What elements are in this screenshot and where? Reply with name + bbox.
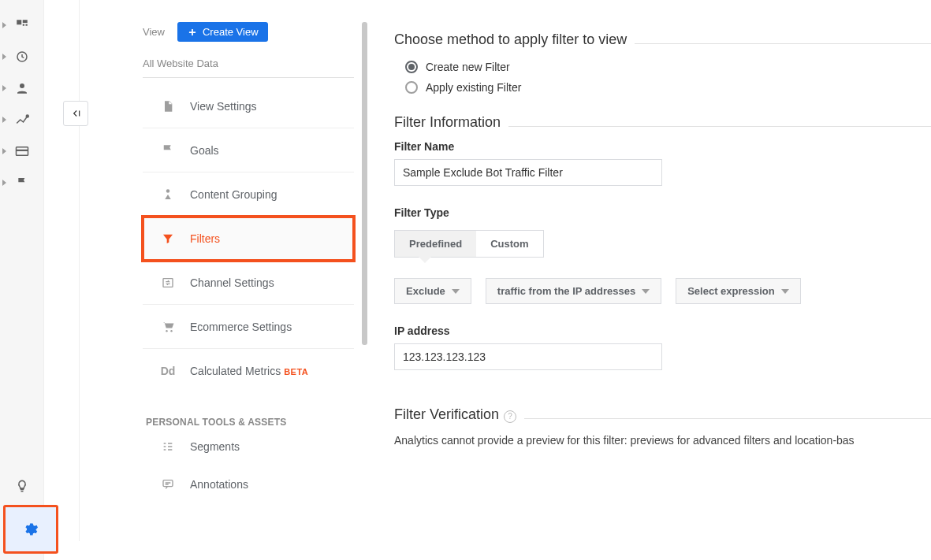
clock-icon bbox=[15, 50, 29, 64]
collapse-panel-button[interactable] bbox=[63, 101, 88, 126]
svg-rect-8 bbox=[17, 150, 28, 151]
rail-conversions[interactable] bbox=[0, 167, 44, 198]
svg-rect-2 bbox=[23, 24, 24, 26]
arrow-left-icon bbox=[69, 108, 83, 119]
view-label: View bbox=[143, 26, 165, 38]
svg-point-5 bbox=[20, 83, 24, 88]
radio-label: Apply existing Filter bbox=[426, 81, 521, 94]
nav-content-grouping[interactable]: Content Grouping bbox=[143, 172, 354, 217]
dropdown-expression[interactable]: Select expression bbox=[676, 278, 801, 304]
nav-label: Segments bbox=[190, 440, 240, 453]
choose-method-heading: Choose method to apply filter to view bbox=[394, 32, 627, 48]
flag-icon bbox=[161, 143, 175, 158]
filter-name-label: Filter Name bbox=[394, 140, 931, 153]
person-arrows-icon bbox=[161, 187, 175, 202]
help-icon[interactable]: ? bbox=[504, 410, 516, 423]
cart-icon bbox=[160, 320, 176, 334]
view-name[interactable]: All Website Data bbox=[143, 57, 367, 69]
chevron-down-icon bbox=[781, 289, 789, 294]
svg-point-9 bbox=[166, 189, 170, 193]
svg-rect-1 bbox=[23, 20, 28, 23]
nav-label: Goals bbox=[190, 144, 219, 157]
swap-icon bbox=[161, 276, 175, 289]
left-icon-rail bbox=[0, 0, 44, 560]
chat-icon bbox=[161, 478, 175, 491]
divider bbox=[143, 77, 354, 78]
ip-address-input[interactable] bbox=[394, 343, 662, 370]
nav-label: Annotations bbox=[190, 478, 248, 491]
plus-icon bbox=[187, 27, 198, 38]
rule bbox=[635, 43, 931, 44]
radio-dot-icon bbox=[405, 61, 418, 73]
filter-editor: Choose method to apply filter to view Cr… bbox=[394, 32, 931, 447]
rail-admin-highlight bbox=[3, 505, 58, 554]
svg-point-11 bbox=[166, 330, 167, 332]
nav-filters[interactable]: Filters bbox=[143, 217, 354, 261]
nav-annotations[interactable]: Annotations bbox=[143, 465, 354, 503]
rail-dashboard[interactable] bbox=[0, 9, 44, 41]
dd-icon: Dd bbox=[158, 365, 177, 377]
dropdown-label: Exclude bbox=[406, 285, 445, 297]
verification-note: Analytics cannot provide a preview for t… bbox=[394, 434, 931, 447]
view-nav: View Settings Goals Content Grouping Fil… bbox=[143, 84, 367, 503]
radio-create-new[interactable]: Create new Filter bbox=[405, 61, 931, 73]
dropdown-action[interactable]: Exclude bbox=[394, 278, 471, 304]
nav-label: Filters bbox=[190, 232, 220, 245]
personal-tools-header: PERSONAL TOOLS & ASSETS bbox=[143, 417, 367, 428]
beta-badge: BETA bbox=[284, 367, 308, 376]
rule bbox=[508, 126, 931, 127]
dashboard-icon bbox=[15, 18, 29, 32]
svg-rect-0 bbox=[17, 20, 21, 24]
gear-icon bbox=[23, 521, 39, 537]
filter-type-label: Filter Type bbox=[394, 206, 931, 219]
tab-predefined[interactable]: Predefined bbox=[395, 231, 476, 257]
svg-point-6 bbox=[26, 115, 28, 117]
flag-icon bbox=[16, 176, 28, 190]
admin-view-panel: View Create View All Website Data View S… bbox=[79, 0, 367, 541]
funnel-icon bbox=[162, 232, 174, 245]
dropdown-label: traffic from the IP addresses bbox=[497, 285, 635, 297]
flow-icon bbox=[14, 113, 30, 127]
panel-scrollbar[interactable] bbox=[362, 22, 367, 345]
rail-acquisition[interactable] bbox=[0, 104, 44, 135]
svg-rect-13 bbox=[163, 480, 173, 487]
filter-name-input[interactable] bbox=[394, 159, 662, 186]
chevron-down-icon bbox=[452, 289, 460, 294]
nav-label: Content Grouping bbox=[190, 188, 277, 201]
svg-point-12 bbox=[170, 330, 172, 332]
filter-type-tabs: Predefined Custom bbox=[394, 230, 544, 258]
svg-rect-10 bbox=[163, 278, 173, 287]
radio-dot-icon bbox=[405, 81, 418, 94]
nav-segments[interactable]: Segments bbox=[143, 428, 354, 465]
rail-behavior[interactable] bbox=[0, 135, 44, 167]
rail-admin[interactable] bbox=[23, 521, 39, 537]
nav-label: Channel Settings bbox=[190, 276, 274, 289]
rail-realtime[interactable] bbox=[0, 41, 44, 72]
ip-address-label: IP address bbox=[394, 325, 931, 337]
rule bbox=[524, 418, 931, 419]
radio-apply-existing[interactable]: Apply existing Filter bbox=[405, 81, 931, 94]
filter-info-heading: Filter Information bbox=[394, 114, 501, 131]
radio-label: Create new Filter bbox=[426, 61, 510, 73]
nav-ecommerce[interactable]: Ecommerce Settings bbox=[143, 305, 354, 349]
nav-channel-settings[interactable]: Channel Settings bbox=[143, 261, 354, 305]
chevron-down-icon bbox=[642, 289, 650, 294]
svg-rect-3 bbox=[26, 24, 28, 26]
segments-icon bbox=[161, 440, 175, 453]
rail-discover[interactable] bbox=[0, 467, 44, 505]
nav-view-settings[interactable]: View Settings bbox=[143, 84, 354, 128]
create-view-button[interactable]: Create View bbox=[177, 22, 268, 42]
nav-goals[interactable]: Goals bbox=[143, 128, 354, 172]
create-view-label: Create View bbox=[203, 26, 259, 38]
page-icon bbox=[162, 98, 174, 114]
dropdown-source[interactable]: traffic from the IP addresses bbox=[486, 278, 661, 304]
nav-calculated-metrics[interactable]: Dd Calculated MetricsBETA bbox=[143, 349, 354, 393]
dropdown-label: Select expression bbox=[687, 285, 775, 297]
tab-custom[interactable]: Custom bbox=[476, 231, 542, 257]
nav-label: View Settings bbox=[190, 100, 257, 113]
bulb-icon bbox=[15, 479, 29, 493]
card-icon bbox=[15, 146, 29, 157]
rail-audience[interactable] bbox=[0, 72, 44, 104]
nav-label: Ecommerce Settings bbox=[190, 321, 292, 333]
nav-label: Calculated Metrics bbox=[190, 365, 281, 377]
